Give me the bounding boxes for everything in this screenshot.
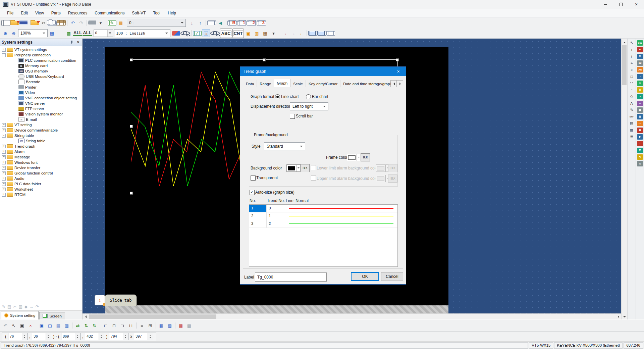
label-input[interactable]: Tg_0000 <box>255 272 327 282</box>
trend-row-number[interactable]: 2 <box>249 212 267 220</box>
system-monitor-button[interactable] <box>326 31 335 36</box>
continuous-line-tool-icon[interactable]: ≈ <box>628 60 635 66</box>
menu-item[interactable]: Parts <box>48 9 64 17</box>
grid-snap-button[interactable]: ▦ <box>177 321 185 330</box>
upper-limit-checkbox[interactable] <box>311 176 316 181</box>
transfer-from-vt-button[interactable]: ← <box>297 29 305 37</box>
menu-item[interactable]: View <box>32 9 48 17</box>
tree-expander[interactable]: + <box>2 177 6 181</box>
edit-page-button[interactable]: ✎ <box>2 304 5 309</box>
system-setting-toggle[interactable]: ☼ <box>202 29 210 37</box>
export-page-button[interactable]: → <box>30 304 34 309</box>
part-lamp-icon[interactable]: ● <box>637 46 643 53</box>
part-numeric-display-icon[interactable]: 12 <box>637 60 643 66</box>
tree-expander[interactable]: + <box>2 182 6 186</box>
dialog-tab-graph[interactable]: Graph <box>274 79 290 87</box>
tree-item-vt-setting[interactable]: + VT setting <box>0 122 82 128</box>
part-text-display-icon[interactable]: Aa <box>637 66 643 73</box>
part-video-icon[interactable]: ▶ <box>637 134 643 140</box>
trend-line-cell[interactable] <box>285 220 397 228</box>
distribute-button[interactable]: ≡ <box>138 321 146 330</box>
menu-item[interactable]: Resources <box>64 9 91 17</box>
spinner-arrows[interactable] <box>22 333 27 340</box>
copy-button[interactable] <box>47 20 56 25</box>
import-page-button[interactable] <box>31 21 39 25</box>
tree-item-windows-font[interactable]: + Windows font <box>0 160 82 165</box>
window-3-button[interactable]: 3 <box>257 20 266 26</box>
part-document-icon[interactable]: ▤ <box>637 113 643 120</box>
redo-button[interactable]: ↷ <box>77 19 85 27</box>
cut-button[interactable]: ✂ <box>40 19 48 27</box>
align-parts-button[interactable]: ▩ <box>65 29 73 37</box>
style-combo[interactable]: Standard <box>264 142 305 150</box>
vt-monitor-button[interactable] <box>317 31 326 36</box>
menu-item[interactable]: Soft-VT <box>128 9 150 17</box>
base-window-button[interactable]: B <box>227 20 237 26</box>
image-part-button[interactable]: ▣ <box>18 321 26 330</box>
pen-tool-icon[interactable]: ✎ <box>628 107 635 113</box>
grid-table-tool-icon[interactable]: ▦ <box>628 127 635 133</box>
trend-table-row-3[interactable]: 3 2 <box>249 220 397 228</box>
width-spinner[interactable]: 794 <box>109 333 128 340</box>
simulator-button[interactable] <box>308 31 317 36</box>
dialog-tab-scale[interactable]: Scale <box>290 80 306 87</box>
zoom-in-button[interactable]: ⊕ <box>1 29 9 37</box>
tree-expander[interactable]: + <box>2 166 6 170</box>
tree-item-plc-communication-condition[interactable]: PLC communication condition <box>0 58 82 63</box>
dialog-tab-data[interactable]: Data <box>243 80 257 87</box>
dot-tool-icon[interactable]: + <box>628 46 635 53</box>
minimize-button[interactable] <box>598 0 613 9</box>
tree-item-string-table[interactable]: - String table <box>0 133 82 138</box>
calc-dropdown[interactable]: ▾ <box>269 29 277 37</box>
rotate-button[interactable]: ↻ <box>91 321 99 330</box>
x2-spinner[interactable]: 869 <box>61 333 80 340</box>
tree-expander[interactable]: - <box>2 53 6 57</box>
lower-limit-checkbox[interactable] <box>311 165 316 170</box>
menu-item[interactable]: File <box>3 9 17 17</box>
tree-item-plc-data-folder[interactable]: + PLC data folder <box>0 181 82 187</box>
zoom-out-button[interactable]: ⊖ <box>10 29 18 37</box>
selection-handle[interactable] <box>130 58 133 61</box>
trend-row-number[interactable]: 1 <box>249 205 267 212</box>
cancel-button[interactable]: Cancel <box>381 272 403 281</box>
tree-item-string-table-child[interactable]: STR String table <box>0 138 82 144</box>
dialog-tab-range[interactable]: Range <box>257 80 274 87</box>
bar-chart-radio[interactable] <box>306 94 311 99</box>
library-button[interactable]: ▥ <box>253 29 261 37</box>
tree-item-vt-system-settings[interactable]: + VT system settings <box>0 47 82 52</box>
save-button[interactable] <box>19 20 28 25</box>
spinner-arrows[interactable] <box>107 30 113 37</box>
part-bar-graph-icon[interactable]: ▮ <box>637 87 643 93</box>
send-backward-button[interactable]: ▥ <box>63 321 71 330</box>
grid-setting-button[interactable]: ▩ <box>185 321 193 330</box>
clear-page-button[interactable]: ◆ <box>24 304 28 309</box>
open-file-button[interactable] <box>10 21 19 25</box>
bring-to-front-button[interactable]: ▣ <box>38 321 46 330</box>
new-file-button[interactable] <box>1 20 10 26</box>
show-all-parts-button[interactable]: ALL <box>73 29 82 37</box>
spinner-arrows[interactable] <box>123 333 128 340</box>
scale-tool-icon[interactable]: ≣ <box>628 134 635 140</box>
rectangle-tool-icon[interactable]: □ <box>628 73 635 80</box>
auto-size-checkbox[interactable] <box>250 190 255 195</box>
dialog-close-button[interactable]: × <box>391 67 406 76</box>
tree-expander[interactable]: + <box>2 193 6 197</box>
ungroup-button[interactable]: ▧ <box>166 321 174 330</box>
zoom-combo[interactable]: 100% <box>18 29 48 37</box>
tree-item-global-function-control[interactable]: + Global function control <box>0 170 82 176</box>
tree-expander[interactable]: + <box>2 48 6 52</box>
tree-item-trend-graph[interactable]: + Trend graph <box>0 144 82 149</box>
trend-line-cell[interactable] <box>285 205 397 212</box>
tree-item-device-comment-variable[interactable]: + Device comment/variable <box>0 128 82 133</box>
tree-expander[interactable]: + <box>2 150 6 154</box>
edit-screen-button[interactable]: ✎ <box>108 20 116 26</box>
screen-number-spinner[interactable]: 0 <box>94 30 113 37</box>
dialog-tab-date-time-storage[interactable]: Date and time storage/graphic displ <box>340 80 397 87</box>
slide-tab[interactable]: Slide tab <box>105 294 137 306</box>
menu-item[interactable]: Tool <box>149 9 164 17</box>
flip-vertical-button[interactable]: ⇅ <box>82 321 90 330</box>
align-right-button[interactable]: ⊐ <box>118 321 126 330</box>
line-chart-radio[interactable] <box>275 94 280 99</box>
slide-tab-icon[interactable]: ↕ <box>95 295 105 305</box>
sector-tool-icon[interactable]: ◔ <box>628 87 635 93</box>
